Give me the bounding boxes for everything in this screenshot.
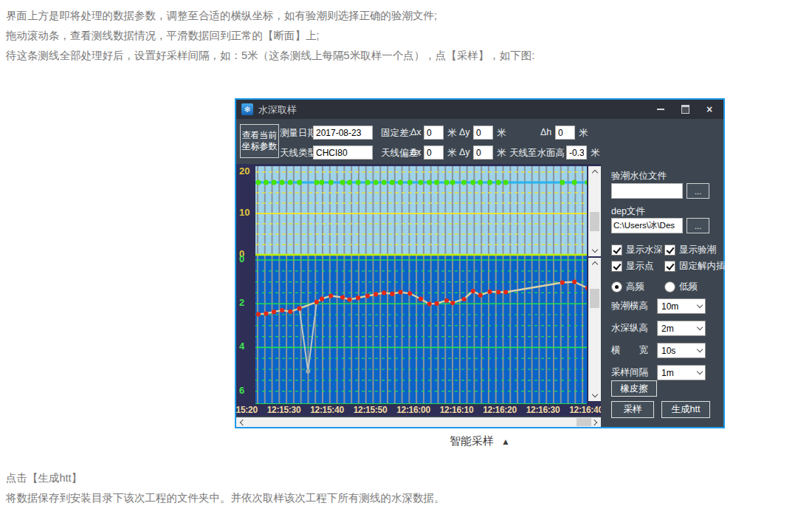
scrollbar-thumb[interactable] xyxy=(590,289,599,308)
view-coordinates-button[interactable]: 查看当前 坐标参数 xyxy=(240,124,279,158)
dropdown-select[interactable]: 10m xyxy=(657,298,706,314)
radio-dot-icon xyxy=(615,285,619,289)
survey-date-input[interactable] xyxy=(313,126,373,140)
checkbox-icon xyxy=(611,261,622,272)
paragraph: 待这条测线全部处理好后，设置好采样间隔，如：5米（这条测线上每隔5米取样一个点）… xyxy=(6,46,534,66)
dropdown-value: 10m xyxy=(661,301,678,312)
dropdown-row: 水深纵高2m xyxy=(611,321,706,336)
chart-area: 201000246 12:15:2012:15:3012:15:4012:15:… xyxy=(236,164,601,416)
scroll-left-button[interactable] xyxy=(236,417,247,427)
parameter-panel: 查看当前 坐标参数 测量日期 固定差: Δx 米 Δy 米 Δh 米 天线类型 … xyxy=(236,119,723,164)
scroll-down-button[interactable] xyxy=(588,245,601,256)
y-tick-label: 4 xyxy=(239,341,254,352)
maximize-icon xyxy=(681,105,689,114)
paragraph: 界面上方是即将处理的数据参数，调整至合适的横纵坐标，如有验潮则选择正确的验潮文件… xyxy=(6,6,534,26)
scroll-up-button[interactable] xyxy=(588,258,601,269)
dropdown-label: 验潮横高 xyxy=(611,300,657,312)
eraser-button[interactable]: 橡皮擦 xyxy=(611,380,657,397)
checkbox-icon xyxy=(664,244,675,256)
antenna-to-water-input[interactable] xyxy=(566,146,587,160)
app-icon: ❄ xyxy=(241,103,253,115)
dialog-window: ❄ 水深取样 × 查看当前 坐标参数 测量日期 固定差: Δx 米 Δy 米 Δ… xyxy=(235,98,725,428)
sample-button[interactable]: 采样 xyxy=(611,401,654,418)
antenna-dx-input[interactable] xyxy=(424,146,444,160)
dep-file-browse-button[interactable]: ... xyxy=(687,218,709,233)
antenna-to-water-label: 天线至水面高 xyxy=(509,147,565,160)
x-axis-strip: 12:15:2012:15:3012:15:4012:15:5012:16:00… xyxy=(236,404,601,416)
checkbox-label: 显示水深 xyxy=(626,244,663,256)
radio-icon xyxy=(664,281,675,292)
dropdown-row: 采样间隔1m xyxy=(611,365,706,380)
chevron-down-icon xyxy=(697,324,703,330)
dropdown-select[interactable]: 10s xyxy=(657,343,706,358)
minimize-icon xyxy=(657,109,664,110)
chevron-right-icon xyxy=(591,419,597,425)
checkmark-icon xyxy=(666,245,674,254)
checkbox-label: 固定解内插 xyxy=(679,260,726,273)
dropdown-label: 水深纵高 xyxy=(611,322,657,335)
button-label-line: 坐标参数 xyxy=(242,141,278,151)
chevron-down-icon xyxy=(591,391,597,397)
dropdown-row: 验潮横高10m xyxy=(611,298,706,314)
scroll-up-button[interactable] xyxy=(588,166,601,177)
collapse-arrow-icon[interactable]: ▲ xyxy=(501,437,510,447)
x-tick-label: 12:16:20 xyxy=(478,405,521,415)
x-tick-label: 12:16:00 xyxy=(392,405,435,415)
chevron-down-icon xyxy=(697,346,703,352)
dropdown-select[interactable]: 2m xyxy=(657,321,706,336)
meter-label: 米 xyxy=(579,127,588,140)
dep-file-input[interactable] xyxy=(611,218,683,233)
checkbox-option[interactable]: 显示水深 xyxy=(611,244,663,256)
close-button[interactable]: × xyxy=(703,103,716,116)
antenna-dy-input[interactable] xyxy=(473,146,493,160)
scrollbar-thumb[interactable] xyxy=(577,418,591,426)
fixed-dy-input[interactable] xyxy=(473,126,493,140)
scroll-right-button[interactable] xyxy=(590,417,601,427)
antenna-type-input[interactable] xyxy=(313,146,373,160)
dh-input[interactable] xyxy=(555,126,575,140)
meter-label: 米 xyxy=(591,147,600,160)
scroll-down-button[interactable] xyxy=(588,390,601,401)
y-tick-label: 2 xyxy=(239,297,254,308)
radio-label: 高频 xyxy=(626,281,644,293)
checkmark-icon xyxy=(613,261,621,270)
depth-vertical-scrollbar[interactable] xyxy=(588,258,601,401)
antenna-type-label: 天线类型 xyxy=(280,147,317,160)
checkbox-option[interactable]: 固定解内插 xyxy=(664,260,726,273)
x-tick-label: 12:15:20 xyxy=(236,405,262,415)
dx-label: Δx xyxy=(410,127,422,137)
paragraph: 拖动滚动条，查看测线数据情况，平滑数据回到正常的【断面】上; xyxy=(6,26,534,46)
x-tick-label: 12:15:30 xyxy=(263,405,306,415)
radio-option[interactable]: 低频 xyxy=(664,281,698,293)
x-tick-label: 12:16:30 xyxy=(522,405,565,415)
maximize-button[interactable] xyxy=(678,103,692,116)
horizontal-scrollbar[interactable] xyxy=(236,417,601,427)
dropdown-select[interactable]: 1m xyxy=(657,365,706,380)
figure-caption: 智能采样▲ xyxy=(235,434,725,448)
tide-file-label: 验潮水位文件 xyxy=(611,170,667,182)
chevron-up-icon xyxy=(591,261,597,267)
paragraph: 将数据保存到安装目录下该次工程的文件夹中。并依次取样该次工程下所有测线的水深数据… xyxy=(6,488,445,508)
tide-file-input[interactable] xyxy=(611,183,683,199)
tide-vertical-scrollbar[interactable] xyxy=(588,166,601,256)
dy-label: Δy xyxy=(459,127,470,137)
title-bar[interactable]: ❄ 水深取样 × xyxy=(236,100,723,119)
chevron-down-icon xyxy=(591,247,597,253)
tide-file-browse-button[interactable]: ... xyxy=(687,183,709,199)
checkmark-icon xyxy=(613,245,621,254)
checkbox-option[interactable]: 显示验潮 xyxy=(664,244,716,256)
x-tick-label: 12:15:50 xyxy=(349,405,392,415)
dep-file-label: dep文件 xyxy=(611,205,645,218)
dx-label: Δx xyxy=(410,147,422,157)
checkbox-label: 显示点 xyxy=(626,260,654,273)
meter-label: 米 xyxy=(497,127,506,140)
generate-htt-button[interactable]: 生成htt xyxy=(661,401,710,418)
fixed-dx-input[interactable] xyxy=(424,126,444,140)
checkbox-option[interactable]: 显示点 xyxy=(611,260,654,273)
plot-svg[interactable] xyxy=(255,164,587,404)
scrollbar-thumb[interactable] xyxy=(590,212,599,231)
dy-label: Δy xyxy=(459,147,470,157)
minimize-button[interactable] xyxy=(654,103,667,116)
top-instructions: 界面上方是即将处理的数据参数，调整至合适的横纵坐标，如有验潮则选择正确的验潮文件… xyxy=(6,6,534,66)
radio-option[interactable]: 高频 xyxy=(611,281,644,293)
